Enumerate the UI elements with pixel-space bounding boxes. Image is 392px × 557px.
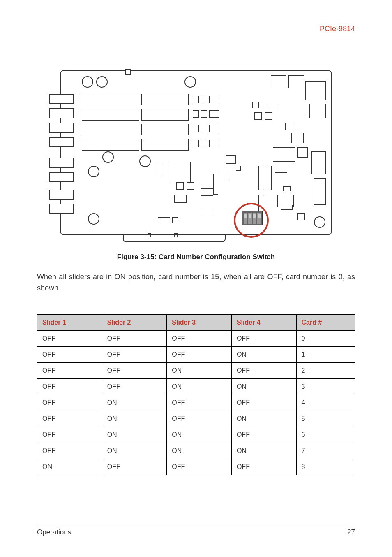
table-row: ONOFFOFFOFF8 <box>37 459 355 475</box>
notch-icon <box>174 233 178 237</box>
table-row: OFFOFFOFFOFF0 <box>37 331 355 347</box>
table-cell: OFF <box>37 363 102 379</box>
small-component <box>273 147 295 162</box>
table-cell: 1 <box>296 347 355 363</box>
small-component <box>201 96 207 103</box>
table-cell: OFF <box>37 379 102 395</box>
table-cell: OFF <box>37 443 102 459</box>
table-cell: 0 <box>296 331 355 347</box>
table-row: OFFOFFOFFON1 <box>37 347 355 363</box>
small-component <box>193 140 199 147</box>
table-header-row: Slider 1 Slider 2 Slider 3 Slider 4 Card… <box>37 315 355 331</box>
connector-icon <box>49 137 74 147</box>
mounting-hole-icon <box>82 76 93 88</box>
table-cell: ON <box>102 411 167 427</box>
component-block <box>271 75 286 88</box>
table-cell: OFF <box>167 395 232 411</box>
component-block <box>82 109 139 121</box>
small-component <box>172 217 178 223</box>
small-component <box>283 186 291 191</box>
table-cell: OFF <box>231 331 296 347</box>
body-paragraph: When all sliders are in ON position, car… <box>37 272 355 294</box>
table-cell: OFF <box>231 363 296 379</box>
connector-icon <box>49 123 74 133</box>
footer-section: Operations <box>37 528 71 536</box>
table-row: OFFONONOFF6 <box>37 427 355 443</box>
small-component <box>156 164 164 176</box>
table-cell: 2 <box>296 363 355 379</box>
mounting-hole-icon <box>96 76 108 88</box>
col-header-slider4: Slider 4 <box>231 315 296 331</box>
small-component <box>176 182 184 190</box>
component-block <box>141 109 189 121</box>
component-block <box>82 139 139 151</box>
table-cell: OFF <box>37 411 102 427</box>
small-component <box>201 188 213 196</box>
component-block <box>288 75 304 88</box>
table-cell: 4 <box>296 395 355 411</box>
table-cell: ON <box>167 363 232 379</box>
col-header-slider3: Slider 3 <box>167 315 232 331</box>
notch-icon <box>125 69 131 75</box>
component-block <box>305 81 326 100</box>
small-component <box>158 217 170 223</box>
component-block <box>314 178 326 205</box>
table-row: OFFONOFFON5 <box>37 411 355 427</box>
table-cell: OFF <box>231 395 296 411</box>
mounting-hole-icon <box>314 216 325 228</box>
highlight-circle-icon <box>234 203 269 238</box>
table-cell: ON <box>231 347 296 363</box>
component-block <box>141 139 189 151</box>
table-cell: OFF <box>102 379 167 395</box>
component-block <box>309 104 326 118</box>
table-cell: ON <box>231 443 296 459</box>
table-cell: OFF <box>37 395 102 411</box>
table-cell: OFF <box>167 331 232 347</box>
slider-config-table: Slider 1 Slider 2 Slider 3 Slider 4 Card… <box>37 314 355 475</box>
footer-page: 27 <box>347 528 355 536</box>
table-cell: 6 <box>296 427 355 443</box>
table-cell: OFF <box>167 347 232 363</box>
table-cell: ON <box>102 427 167 443</box>
table-cell: ON <box>167 379 232 395</box>
component-block <box>311 151 326 174</box>
figure-caption: Figure 3-15: Card Number Configuration S… <box>37 253 355 261</box>
small-component <box>267 102 277 108</box>
table-cell: OFF <box>102 331 167 347</box>
table-cell: OFF <box>37 347 102 363</box>
small-component <box>297 147 308 158</box>
small-component <box>201 110 207 118</box>
pcb-board-diagram <box>60 70 332 235</box>
small-component <box>252 102 257 108</box>
small-component <box>291 133 304 143</box>
mounting-hole-icon <box>102 151 114 163</box>
table-cell: ON <box>37 459 102 475</box>
small-component <box>193 96 199 103</box>
small-component <box>174 195 187 203</box>
small-component <box>265 112 272 120</box>
small-component <box>203 209 213 216</box>
small-component <box>209 96 219 103</box>
small-component <box>193 110 199 118</box>
small-component <box>187 182 194 190</box>
table-cell: OFF <box>102 363 167 379</box>
figure-container <box>37 70 355 237</box>
table-cell: 5 <box>296 411 355 427</box>
table-cell: OFF <box>167 459 232 475</box>
small-component <box>201 140 207 147</box>
connector-icon <box>49 158 74 168</box>
col-header-card: Card # <box>296 315 355 331</box>
table-cell: 3 <box>296 379 355 395</box>
product-name: PCIe-9814 <box>320 25 355 33</box>
small-component <box>209 110 219 118</box>
table-cell: ON <box>102 443 167 459</box>
table-row: OFFOFFONON3 <box>37 379 355 395</box>
table-cell: ON <box>167 443 232 459</box>
mounting-hole-icon <box>139 155 151 167</box>
table-row: OFFONONON7 <box>37 443 355 459</box>
mounting-hole-icon <box>88 166 99 177</box>
table-cell: OFF <box>231 459 296 475</box>
small-component <box>258 102 263 108</box>
small-component <box>281 205 293 210</box>
small-component <box>275 168 287 173</box>
